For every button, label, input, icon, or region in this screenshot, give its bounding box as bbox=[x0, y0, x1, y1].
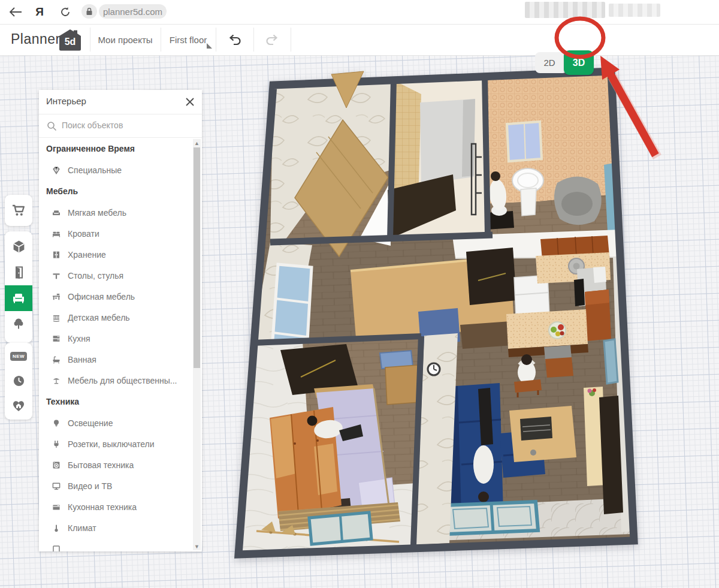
floor-window[interactable] bbox=[446, 502, 538, 534]
kitchen-icon bbox=[51, 334, 62, 343]
undo-button[interactable] bbox=[216, 24, 253, 55]
desk-icon bbox=[51, 292, 62, 301]
cart-icon[interactable] bbox=[5, 198, 32, 224]
category-kitchen[interactable]: Кухня bbox=[39, 328, 194, 349]
clock-icon[interactable] bbox=[5, 369, 32, 393]
toolbar-main-card bbox=[5, 231, 32, 343]
censored-block bbox=[609, 4, 660, 17]
category-climate[interactable]: Климат bbox=[39, 517, 194, 538]
toolbar-extra-card: NEW bbox=[5, 343, 32, 420]
bed-icon bbox=[51, 229, 62, 239]
apartment-render[interactable] bbox=[238, 71, 634, 554]
chevron-corner-icon bbox=[207, 43, 212, 49]
svg-text:5d: 5d bbox=[65, 37, 76, 47]
scroll-down-icon[interactable]: ▼ bbox=[193, 542, 201, 550]
thermometer-icon bbox=[51, 523, 62, 533]
umbrella-table-icon bbox=[51, 376, 62, 385]
bathtub-icon bbox=[51, 355, 62, 364]
logo-text: Planner bbox=[11, 31, 61, 47]
section-header: Мебель bbox=[39, 180, 194, 202]
category-storage[interactable]: Хранение bbox=[39, 244, 194, 265]
category-video-tv[interactable]: Видео и ТВ bbox=[39, 475, 194, 496]
category-bathroom[interactable]: Ванная bbox=[39, 349, 194, 370]
censored-block bbox=[525, 2, 605, 18]
view-toggle-2d[interactable]: 2D bbox=[535, 52, 567, 73]
browser-bar: Я planner5d.com bbox=[0, 0, 719, 25]
washer-icon bbox=[51, 460, 62, 470]
living-door-panel[interactable] bbox=[466, 248, 516, 305]
search-icon bbox=[47, 121, 57, 131]
search-placeholder: Поиск объектов bbox=[62, 120, 123, 130]
bedroom-desk[interactable] bbox=[385, 365, 419, 405]
panel-scrollbar[interactable]: ▲ ▼ bbox=[193, 139, 201, 550]
coffee-table[interactable] bbox=[509, 406, 576, 462]
crib-icon bbox=[51, 313, 62, 322]
floor-selector[interactable]: First floor bbox=[161, 24, 216, 55]
close-icon[interactable] bbox=[183, 95, 197, 108]
category-public-furniture[interactable]: Мебель для общественны... bbox=[39, 370, 194, 391]
back-icon[interactable] bbox=[7, 0, 24, 24]
view-toggle-3d[interactable]: 3D bbox=[564, 50, 594, 75]
door-icon[interactable] bbox=[5, 260, 32, 285]
scrollbar-thumb[interactable] bbox=[194, 147, 200, 368]
diamond-icon bbox=[51, 165, 62, 175]
toolbar-cart-card bbox=[5, 195, 32, 226]
bedroom-floor-window[interactable] bbox=[309, 512, 371, 544]
category-appliances[interactable]: Бытовая техника bbox=[39, 454, 194, 475]
redo-button[interactable] bbox=[253, 24, 291, 55]
category-special[interactable]: Специальные bbox=[39, 159, 194, 180]
generic-icon bbox=[51, 544, 62, 552]
url-field[interactable]: planner5d.com bbox=[99, 4, 167, 19]
search-input[interactable]: Поиск объектов bbox=[39, 114, 202, 138]
category-beds[interactable]: Кровати bbox=[39, 223, 194, 244]
reload-icon[interactable] bbox=[58, 0, 73, 24]
nav-my-projects[interactable]: Мои проекты bbox=[90, 24, 161, 55]
section-header: Ограниченное Время bbox=[39, 138, 194, 159]
table-icon bbox=[51, 271, 62, 281]
category-lighting[interactable]: Освещение bbox=[39, 412, 194, 433]
heart-home-icon[interactable] bbox=[5, 394, 32, 418]
bulb-icon bbox=[51, 418, 62, 428]
category-office-furniture[interactable]: Офисная мебель bbox=[39, 286, 194, 307]
right-wall-window[interactable] bbox=[604, 339, 618, 384]
new-badge[interactable]: NEW bbox=[5, 344, 32, 369]
tree-icon[interactable] bbox=[5, 311, 32, 337]
category-list: Ограниченное Время Специальные Мебель Мя… bbox=[39, 138, 194, 551]
monitor-icon bbox=[51, 481, 62, 491]
scroll-up-icon[interactable]: ▲ bbox=[193, 139, 201, 147]
category-sockets[interactable]: Розетки, выключатели bbox=[39, 433, 194, 454]
logo-badge-icon: 5d bbox=[57, 27, 83, 52]
interior-panel: Интерьер Поиск объектов Ограниченное Вре… bbox=[39, 90, 202, 551]
wall-clock[interactable] bbox=[428, 363, 440, 375]
furniture-sofa-icon[interactable] bbox=[5, 285, 32, 311]
category-tables-chairs[interactable]: Столы, стулья bbox=[39, 265, 194, 286]
microwave-icon bbox=[51, 502, 62, 512]
yandex-icon[interactable]: Я bbox=[32, 0, 47, 24]
plug-icon bbox=[51, 439, 62, 449]
laptop[interactable] bbox=[520, 417, 552, 441]
category-kids-furniture[interactable]: Детская мебель bbox=[39, 307, 194, 328]
category-kitchen-tech[interactable]: Кухонная техника bbox=[39, 496, 194, 517]
category-partial[interactable] bbox=[39, 538, 194, 551]
sofa-icon bbox=[51, 208, 62, 218]
cube-icon[interactable] bbox=[5, 234, 32, 260]
app-header: Planner 5d Мои проекты First floor 2D 3D bbox=[0, 24, 719, 56]
bedroom[interactable] bbox=[238, 336, 421, 554]
wardrobe-icon bbox=[51, 250, 62, 260]
bathroom[interactable] bbox=[472, 71, 621, 234]
entry-room[interactable] bbox=[270, 80, 394, 257]
panel-title: Интерьер bbox=[46, 96, 86, 106]
side-table[interactable] bbox=[545, 357, 573, 378]
lock-icon bbox=[81, 4, 97, 19]
category-soft-furniture[interactable]: Мягкая мебель bbox=[39, 202, 194, 223]
section-header: Техника bbox=[39, 391, 194, 412]
